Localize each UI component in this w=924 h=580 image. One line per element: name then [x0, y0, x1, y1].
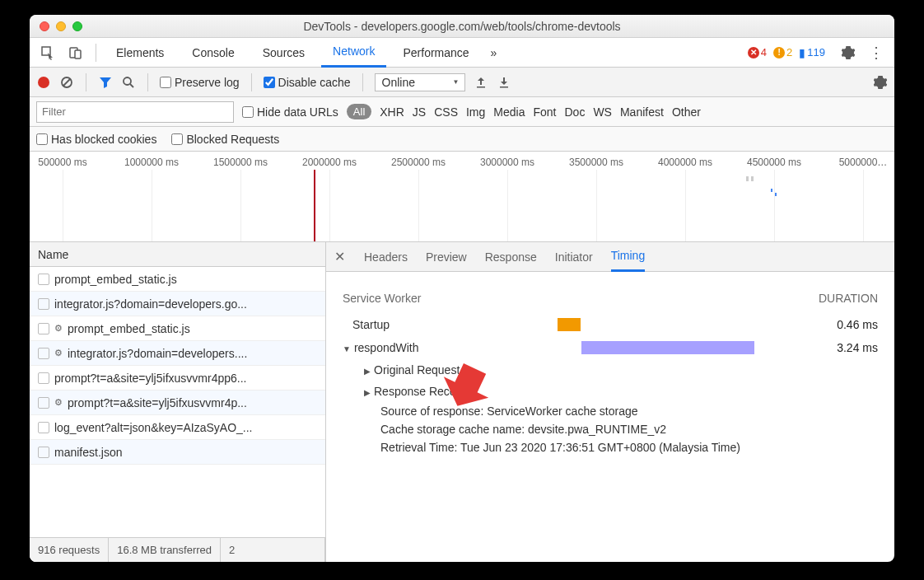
- startup-duration: 0.46 ms: [812, 318, 878, 331]
- request-name: prompt_embed_static.js: [54, 273, 177, 286]
- filter-icon[interactable]: [98, 75, 113, 90]
- tab-network[interactable]: Network: [321, 38, 386, 68]
- request-list: Name prompt_embed_static.jsintegrator.js…: [30, 242, 326, 562]
- preserve-log-checkbox[interactable]: Preserve log: [160, 76, 240, 89]
- window-controls: [40, 21, 82, 31]
- type-filter-img[interactable]: Img: [466, 105, 485, 119]
- upload-icon[interactable]: [474, 75, 488, 90]
- record-button[interactable]: [36, 75, 51, 90]
- filter-input[interactable]: [36, 101, 234, 123]
- hide-data-urls-checkbox[interactable]: Hide data URLs: [242, 105, 338, 119]
- type-filter-js[interactable]: JS: [413, 105, 426, 119]
- tab-response[interactable]: Response: [485, 242, 537, 272]
- type-filter-css[interactable]: CSS: [434, 105, 458, 119]
- type-filter-ws[interactable]: WS: [593, 105, 612, 119]
- disclosure-triangle-icon[interactable]: ▶: [364, 362, 371, 381]
- type-filter-manifest[interactable]: Manifest: [620, 105, 664, 119]
- device-toggle-icon[interactable]: [64, 41, 87, 64]
- tab-overflow[interactable]: »: [486, 38, 502, 68]
- panel-settings-gear-icon[interactable]: [873, 75, 888, 90]
- maximize-window-button[interactable]: [72, 21, 82, 31]
- close-window-button[interactable]: [40, 21, 49, 31]
- search-icon[interactable]: [121, 75, 136, 90]
- titlebar: DevTools - developers.google.com/web/too…: [30, 15, 894, 38]
- timeline-tick: 1500000 ms: [213, 157, 268, 168]
- console-summary[interactable]: ✕4 !2 ▮119: [748, 46, 825, 59]
- close-panel-icon[interactable]: ✕: [334, 249, 346, 264]
- request-row[interactable]: log_event?alt=json&key=AIzaSyAO_...: [30, 415, 325, 440]
- tab-headers[interactable]: Headers: [364, 242, 408, 272]
- status-more: 2: [221, 538, 325, 562]
- playhead: [314, 170, 315, 241]
- devtools-window: DevTools - developers.google.com/web/too…: [30, 15, 894, 562]
- divider: [362, 73, 363, 91]
- blocked-requests-checkbox[interactable]: Blocked Requests: [171, 133, 279, 146]
- filter-bar: Hide data URLs All XHR JS CSS Img Media …: [30, 97, 894, 127]
- request-row[interactable]: ⚙prompt_embed_static.js: [30, 316, 325, 341]
- timeline-tick: 1000000 ms: [124, 157, 179, 168]
- request-name: prompt?t=a&site=ylj5ifxusvvmr4p...: [68, 396, 247, 409]
- timeline-tick: 5000000…: [839, 157, 888, 168]
- file-icon: [38, 447, 49, 458]
- download-icon[interactable]: [497, 75, 511, 90]
- request-name: prompt?t=a&site=ylj5ifxusvvmr4pp6...: [54, 372, 246, 385]
- type-filter-media[interactable]: Media: [493, 105, 525, 119]
- respondwith-bar: [581, 341, 754, 354]
- request-row[interactable]: prompt_embed_static.js: [30, 267, 325, 292]
- disable-cache-checkbox[interactable]: Disable cache: [264, 76, 351, 89]
- respondwith-duration: 3.24 ms: [812, 341, 878, 354]
- request-row[interactable]: ⚙prompt?t=a&site=ylj5ifxusvvmr4p...: [30, 391, 325, 415]
- svg-rect-2: [75, 50, 81, 58]
- file-icon: [38, 422, 49, 433]
- tab-performance[interactable]: Performance: [391, 38, 480, 68]
- network-toolbar: Preserve log Disable cache Online: [30, 68, 894, 97]
- type-filter-doc[interactable]: Doc: [564, 105, 585, 119]
- cache-name: Cache storage cache name: devsite.pwa_RU…: [364, 420, 878, 438]
- inspect-icon[interactable]: [36, 41, 59, 64]
- tab-elements[interactable]: Elements: [105, 38, 175, 68]
- type-filter-font[interactable]: Font: [533, 105, 556, 119]
- request-name: log_event?alt=json&key=AIzaSyAO_...: [54, 421, 252, 434]
- transferred-size: 16.8 MB transferred: [109, 538, 221, 562]
- gear-icon: ⚙: [54, 323, 63, 334]
- request-row[interactable]: integrator.js?domain=developers.go...: [30, 292, 325, 316]
- type-filter-other[interactable]: Other: [672, 105, 701, 119]
- tab-timing[interactable]: Timing: [611, 242, 646, 272]
- file-icon: [38, 397, 49, 409]
- throttle-select[interactable]: Online: [375, 73, 465, 91]
- request-detail: ✕ Headers Preview Response Initiator Tim…: [326, 242, 894, 562]
- info-count: 119: [807, 46, 825, 58]
- divider: [251, 73, 252, 91]
- file-icon: [38, 298, 49, 310]
- settings-gear-icon[interactable]: [837, 41, 860, 64]
- status-bar: 916 requests 16.8 MB transferred 2: [30, 537, 325, 562]
- has-blocked-cookies-checkbox[interactable]: Has blocked cookies: [36, 133, 156, 146]
- request-row[interactable]: prompt?t=a&site=ylj5ifxusvvmr4pp6...: [30, 366, 325, 391]
- name-column-header[interactable]: Name: [30, 242, 325, 267]
- kebab-menu-icon[interactable]: ⋮: [865, 41, 888, 64]
- request-name: integrator.js?domain=developers.go...: [54, 297, 247, 311]
- tab-sources[interactable]: Sources: [251, 38, 316, 68]
- tab-preview[interactable]: Preview: [426, 242, 467, 272]
- disclosure-triangle-icon[interactable]: ▶: [364, 384, 371, 402]
- svg-rect-8: [500, 87, 508, 88]
- minimize-window-button[interactable]: [56, 21, 66, 31]
- timeline-tick: 2500000 ms: [391, 157, 446, 168]
- request-row[interactable]: manifest.json: [30, 440, 325, 465]
- clear-icon[interactable]: [59, 75, 74, 90]
- warning-count: 2: [786, 46, 792, 58]
- request-row[interactable]: ⚙integrator.js?domain=developers....: [30, 341, 325, 366]
- type-filter-all[interactable]: All: [347, 104, 371, 119]
- type-filter-xhr[interactable]: XHR: [380, 105, 404, 119]
- overview-timeline[interactable]: 500000 ms1000000 ms1500000 ms2000000 ms2…: [30, 152, 894, 242]
- window-title: DevTools - developers.google.com/web/too…: [30, 20, 894, 33]
- detail-tabs: ✕ Headers Preview Response Initiator Tim…: [326, 242, 894, 272]
- svg-line-4: [63, 79, 70, 86]
- respondwith-label: respondWith: [354, 341, 419, 354]
- timeline-tick: 3500000 ms: [569, 157, 623, 168]
- timeline-tick: 4000000 ms: [658, 157, 712, 168]
- svg-rect-7: [477, 87, 485, 88]
- tab-console[interactable]: Console: [180, 38, 245, 68]
- tab-initiator[interactable]: Initiator: [555, 242, 593, 272]
- disclosure-triangle-icon[interactable]: ▼: [343, 344, 351, 353]
